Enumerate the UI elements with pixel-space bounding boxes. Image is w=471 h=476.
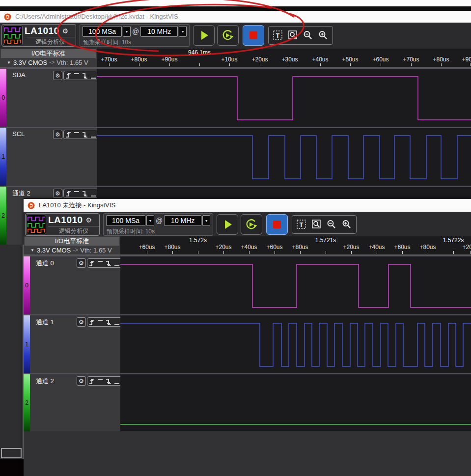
zoom-in-icon[interactable] (341, 219, 353, 230)
svg-text:T: T (276, 32, 280, 39)
fg-level-header-row: I/O电平标准 ▼ 3.3V CMOS -> Vth: 1.65 V +60us… (24, 236, 471, 255)
channel-color-strip[interactable]: 1 (24, 315, 30, 373)
channel-color-strip[interactable]: 0 (0, 69, 6, 127)
at-label: @ (156, 217, 163, 224)
channel-panel[interactable]: 通道 1 ⚙ (30, 315, 120, 373)
trigger-edge-icons (88, 260, 122, 267)
timeline-tick-mark (275, 251, 275, 254)
device-block[interactable]: LA1010 ⚙ 逻辑分析仪 (25, 213, 100, 236)
expected-time-label: 预期采样时间: 10s (83, 38, 189, 47)
timeline-tick-label: +20us (343, 244, 359, 251)
device-settings-gear-icon[interactable]: ⚙ (62, 27, 69, 35)
sample-depth-arrow-icon[interactable]: ▼ (146, 215, 154, 226)
channel-settings-gear-icon[interactable]: ⚙ (77, 317, 86, 327)
zoom-out-icon[interactable] (326, 219, 337, 230)
sample-depth-arrow-icon[interactable]: ▼ (123, 26, 131, 37)
text-select-tool-icon[interactable]: T (272, 29, 284, 41)
channel-color-strip[interactable]: 2 (24, 374, 30, 431)
device-name: LA1010 (25, 26, 59, 36)
channel-panel[interactable]: SCL ⚙ (6, 128, 97, 186)
waveform-area[interactable] (120, 256, 471, 314)
bg-channel-row-scl: 1 SCL ⚙ (0, 127, 471, 186)
expected-time-label: 预期采样时间: 10s (107, 227, 213, 236)
zoom-out-icon[interactable] (302, 29, 314, 41)
timeline-tick-mark (198, 251, 198, 254)
channel-panel[interactable]: 通道 0 ⚙ (30, 256, 120, 314)
waveform-area[interactable] (97, 69, 471, 127)
fg-timeline-ruler[interactable]: +60us+80us1.572s+20us+40us+60us+80us1.57… (120, 236, 471, 254)
device-name: LA1010 (48, 215, 83, 225)
timeline-tick-mark (169, 63, 170, 66)
timeline-tick-mark (172, 251, 173, 254)
text-select-tool-icon[interactable]: T (296, 219, 307, 230)
sample-depth-select[interactable]: 100 MSa (83, 26, 122, 37)
waveform-trace (97, 77, 471, 120)
trigger-mode-group[interactable] (87, 376, 123, 386)
channel-panel[interactable]: SDA ⚙ (6, 69, 97, 127)
waveform-area[interactable] (120, 315, 471, 373)
sample-rate-select[interactable]: 10 MHz (140, 26, 178, 37)
timeline-tick-mark (290, 63, 290, 66)
channel-color-strip[interactable]: 1 (0, 128, 6, 186)
io-standard-header[interactable]: I/O电平标准 (25, 237, 119, 246)
bg-corner-box[interactable] (1, 448, 22, 458)
io-standard-header[interactable]: I/O电平标准 (1, 49, 96, 58)
channel-color-strip[interactable]: 0 (24, 256, 30, 314)
expand-arrow-icon[interactable]: ▼ (30, 248, 34, 252)
channel-color-strip[interactable]: 2 (0, 187, 6, 245)
timeline-tick-label: +50us (342, 56, 358, 63)
channel-name-label: 通道 0 (36, 259, 54, 268)
voltage-standard-label: 3.3V CMOS (13, 59, 47, 66)
stop-button[interactable] (266, 214, 288, 235)
timeline-tick-label: +70us (403, 56, 419, 63)
channel-settings-gear-icon[interactable]: ⚙ (53, 130, 62, 139)
channel-settings-gear-icon[interactable]: ⚙ (77, 258, 86, 268)
trigger-mode-group[interactable] (87, 258, 123, 268)
bottom-black-area (0, 459, 24, 476)
channel-settings-gear-icon[interactable]: ⚙ (53, 189, 62, 198)
loop-play-icon (222, 29, 234, 42)
channel-number: 2 (24, 399, 30, 406)
loop-start-button[interactable] (217, 25, 239, 46)
zoom-selection-icon[interactable] (311, 219, 323, 230)
trigger-edge-icons (65, 131, 98, 138)
timeline-tick-mark (402, 251, 403, 254)
voltage-standard-label: 3.3V CMOS (37, 247, 71, 254)
arrow-label: -> (73, 247, 78, 253)
device-settings-gear-icon[interactable]: ⚙ (86, 216, 92, 224)
timeline-tick-mark (109, 63, 110, 66)
start-button[interactable] (217, 214, 238, 235)
bg-timeline-ruler[interactable]: +70us+80us+90us946.1ms+10us+20us+30us+40… (97, 49, 471, 67)
channel-settings-gear-icon[interactable]: ⚙ (77, 376, 86, 386)
loop-start-button[interactable] (241, 214, 262, 235)
bg-io-panel: I/O电平标准 ▼ 3.3V CMOS -> Vth: 1.65 V (0, 49, 97, 67)
sample-rate-select[interactable]: 10 MHz (164, 215, 201, 226)
expand-arrow-icon[interactable]: ▼ (7, 60, 11, 65)
device-block[interactable]: LA1010 ⚙ 逻辑分析仪 (1, 24, 76, 47)
timeline-tick-mark (350, 63, 351, 66)
start-button[interactable] (193, 25, 215, 46)
trigger-mode-group[interactable] (63, 71, 100, 80)
trigger-mode-group[interactable] (63, 130, 100, 139)
fg-window-titlebar[interactable]: LA1010 未连接 - KingstVIS (24, 199, 471, 212)
trigger-mode-group[interactable] (63, 189, 100, 198)
voltage-standard-row[interactable]: ▼ 3.3V CMOS -> Vth: 1.65 V (0, 58, 97, 67)
voltage-standard-row[interactable]: ▼ 3.3V CMOS -> Vth: 1.65 V (24, 246, 120, 254)
channel-settings-gear-icon[interactable]: ⚙ (53, 71, 62, 80)
trigger-mode-group[interactable] (87, 317, 123, 327)
sample-depth-select[interactable]: 100 MSa (106, 215, 145, 226)
channel-panel[interactable]: 通道 2 ⚙ (30, 374, 120, 431)
sample-rate-arrow-icon[interactable]: ▼ (179, 26, 187, 37)
zoom-selection-icon[interactable] (287, 29, 299, 41)
stop-button[interactable] (243, 25, 264, 46)
timeline-tick-mark (441, 63, 442, 66)
timeline-tick-mark (381, 63, 381, 66)
device-type-label: 逻辑分析仪 (25, 37, 76, 46)
waveform-area[interactable] (120, 374, 471, 431)
zoom-in-icon[interactable] (317, 29, 329, 41)
sample-settings-group: 100 MSa ▼ @ 10 MHz ▼ 预期采样时间: 10s (103, 213, 213, 236)
bg-window-titlebar[interactable]: C:/Users/Administrator/Desktop/硬件i2c.kvd… (0, 11, 471, 23)
trigger-edge-icons (65, 72, 98, 79)
sample-rate-arrow-icon[interactable]: ▼ (202, 215, 210, 226)
waveform-area[interactable] (97, 128, 471, 186)
